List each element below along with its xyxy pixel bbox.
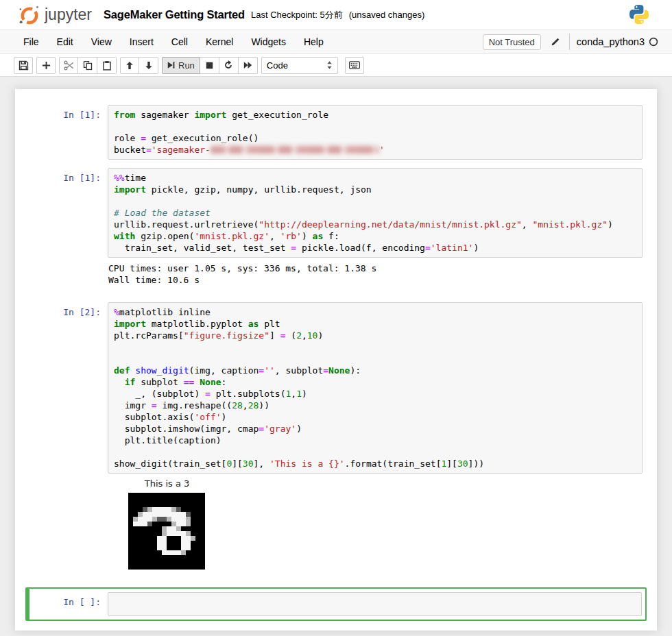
save-button[interactable] bbox=[14, 57, 33, 74]
mnist-digit-image bbox=[128, 493, 205, 570]
cell-type-select[interactable]: Code bbox=[261, 57, 338, 74]
move-cell-up-button[interactable] bbox=[120, 57, 139, 74]
step-forward-icon bbox=[167, 61, 175, 69]
menubar-items: FileEditViewInsertCellKernelWidgetsHelp bbox=[14, 30, 333, 54]
output-prompt-spacer bbox=[33, 478, 108, 575]
jupyter-logo[interactable]: jupyter bbox=[18, 3, 92, 27]
menu-edit[interactable]: Edit bbox=[48, 30, 82, 54]
code-cell[interactable]: In [1]:from sagemaker import get_executi… bbox=[25, 101, 647, 164]
add-cell-button[interactable] bbox=[36, 57, 56, 74]
select-spinner-icon bbox=[326, 60, 333, 70]
kernel-separator bbox=[569, 34, 570, 50]
menu-widgets[interactable]: Widgets bbox=[242, 30, 295, 54]
copy-icon bbox=[83, 60, 93, 71]
copy-cell-button[interactable] bbox=[78, 57, 97, 74]
notebook-site: In [1]:from sagemaker import get_executi… bbox=[0, 77, 672, 631]
save-icon bbox=[19, 60, 29, 71]
menu-cell[interactable]: Cell bbox=[163, 30, 197, 54]
code-input[interactable]: %matplotlib inlineimport matplotlib.pypl… bbox=[108, 302, 643, 474]
notebook-container: In [1]:from sagemaker import get_executi… bbox=[15, 89, 657, 631]
code-input[interactable] bbox=[108, 592, 642, 616]
restart-run-all-button[interactable] bbox=[239, 57, 258, 74]
cell-output-text: CPU times: user 1.05 s, sys: 336 ms, tot… bbox=[108, 262, 376, 294]
not-trusted-button[interactable]: Not Trusted bbox=[483, 34, 541, 50]
figure-title: This is a 3 bbox=[128, 478, 206, 489]
python-logo-icon bbox=[628, 3, 650, 28]
interrupt-kernel-button[interactable] bbox=[200, 57, 219, 74]
code-input[interactable]: %%timeimport pickle, gzip, numpy, urllib… bbox=[108, 168, 643, 258]
menu-kernel[interactable]: Kernel bbox=[197, 30, 242, 54]
output-prompt-spacer bbox=[33, 262, 108, 294]
selected-empty-cell[interactable]: In [ ]: bbox=[25, 587, 647, 621]
cell-type-value: Code bbox=[267, 60, 288, 71]
kernel-name: conda_python3 bbox=[577, 36, 645, 47]
keyboard-icon bbox=[349, 61, 360, 69]
jupyter-logo-icon bbox=[18, 3, 41, 27]
arrow-up-icon bbox=[125, 61, 134, 70]
input-prompt: In [2]: bbox=[33, 302, 108, 474]
input-prompt: In [1]: bbox=[33, 105, 108, 160]
scissors-icon bbox=[64, 60, 74, 71]
input-prompt: In [1]: bbox=[33, 168, 108, 258]
cut-cell-button[interactable] bbox=[59, 57, 78, 74]
run-cell-button[interactable]: Run bbox=[162, 57, 200, 74]
toolbar: Run Code bbox=[0, 54, 672, 77]
menu-insert[interactable]: Insert bbox=[121, 30, 163, 54]
paste-cell-button[interactable] bbox=[97, 57, 117, 74]
redacted-bucket-name bbox=[211, 145, 379, 154]
jupyter-logo-text: jupyter bbox=[45, 5, 92, 24]
fast-forward-icon bbox=[243, 61, 252, 69]
matplotlib-figure: This is a 3 bbox=[128, 478, 206, 570]
notebook-title[interactable]: SageMaker Getting Started bbox=[104, 8, 245, 21]
code-cell[interactable]: In [2]:%matplotlib inlineimport matplotl… bbox=[25, 298, 647, 579]
move-cell-down-button[interactable] bbox=[139, 57, 158, 74]
menu-file[interactable]: File bbox=[14, 30, 48, 54]
code-input[interactable]: from sagemaker import get_execution_role… bbox=[108, 105, 643, 160]
unsaved-changes: (unsaved changes) bbox=[349, 10, 425, 20]
menubar: FileEditViewInsertCellKernelWidgetsHelp … bbox=[0, 30, 672, 54]
code-cell[interactable]: In [1]:%%timeimport pickle, gzip, numpy,… bbox=[25, 164, 647, 298]
menu-help[interactable]: Help bbox=[295, 30, 333, 54]
pencil-icon bbox=[551, 37, 560, 47]
clipboard-icon bbox=[102, 60, 112, 71]
restart-icon bbox=[224, 60, 233, 70]
menu-view[interactable]: View bbox=[82, 30, 121, 54]
stop-icon bbox=[206, 62, 213, 69]
plus-icon bbox=[42, 61, 51, 70]
checkpoint-status: Last Checkpoint: 5分前 bbox=[251, 9, 343, 21]
input-prompt: In [ ]: bbox=[33, 592, 108, 616]
restart-kernel-button[interactable] bbox=[219, 57, 239, 74]
command-palette-button[interactable] bbox=[345, 57, 364, 74]
arrow-down-icon bbox=[145, 61, 153, 70]
notebook: In [1]:from sagemaker import get_executi… bbox=[15, 101, 657, 621]
kernel-idle-icon bbox=[649, 37, 658, 47]
run-label: Run bbox=[178, 60, 195, 71]
header: jupyter SageMaker Getting Started Last C… bbox=[0, 0, 672, 30]
